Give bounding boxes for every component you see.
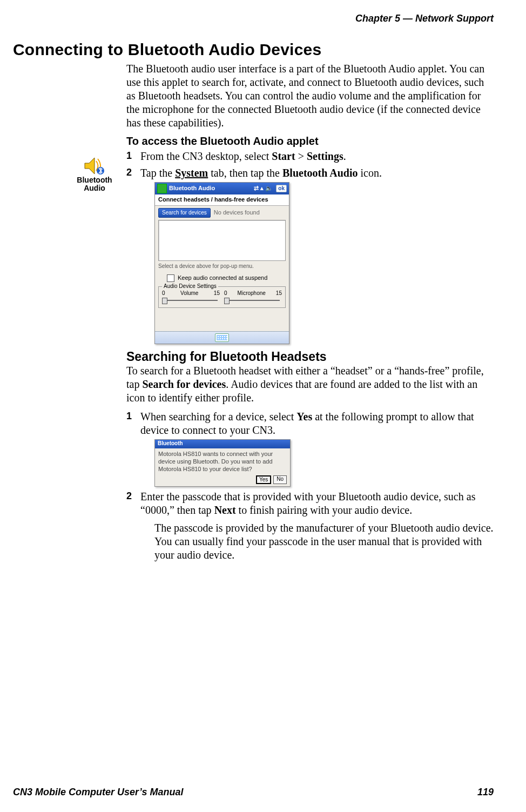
ok-button[interactable]: ok <box>276 185 287 193</box>
step1-text-c: > <box>295 150 307 162</box>
bluetooth-audio-applet-screenshot: Bluetooth Audio ⇄ ▴ 🔈 ok Connect headset… <box>154 182 289 344</box>
step-number: 2 <box>126 490 132 502</box>
volume-icon[interactable]: 🔈 <box>265 185 273 192</box>
s2c: to finish pairing with your audio device… <box>236 504 413 516</box>
keep-audio-checkbox[interactable] <box>167 274 174 282</box>
chapter-header: Chapter 5 — Network Support <box>13 13 494 24</box>
step2-text-a: Tap the <box>140 167 175 179</box>
step2-text-e: icon. <box>358 167 381 179</box>
mic-min: 0 <box>224 290 227 297</box>
connectivity-icon[interactable]: ⇄ <box>254 185 259 192</box>
panel-heading: Connect headsets / hands-free devices <box>155 194 289 206</box>
vol-min: 0 <box>162 290 165 297</box>
section-title: Connecting to Bluetooth Audio Devices <box>13 41 494 59</box>
icon-label-line1: Bluetooth <box>76 176 113 184</box>
bluetooth-audio-app-icon: Bluetooth Audio <box>76 157 113 193</box>
footer-page-number: 119 <box>477 787 494 798</box>
volume-slider[interactable] <box>162 298 220 303</box>
keyboard-icon[interactable] <box>215 333 229 342</box>
searching-heading: Searching for Bluetooth Headsets <box>126 350 494 364</box>
step2-system: System <box>175 167 208 179</box>
start-flag-icon[interactable] <box>157 184 167 193</box>
mic-label: Microphone <box>238 290 266 297</box>
intro-paragraph: The Bluetooth audio user interface is a … <box>126 62 494 130</box>
fieldset-legend: Audio Device Settings <box>162 283 218 290</box>
speaker-bluetooth-icon <box>84 157 105 175</box>
search-step-1: 1 When searching for a device, select Ye… <box>126 410 494 487</box>
step1-text-e: . <box>343 150 346 162</box>
sip-bar <box>155 331 289 344</box>
s2-next: Next <box>214 504 236 516</box>
access-heading: To access the Bluetooth Audio applet <box>126 135 494 147</box>
no-devices-label: No devices found <box>214 209 286 217</box>
step1-settings: Settings <box>307 150 343 162</box>
s2-extra: The passcode is provided by the manufact… <box>154 521 494 562</box>
access-step-1: 1 From the CN3 desktop, select Start > S… <box>126 150 494 163</box>
vol-max: 15 <box>214 290 220 297</box>
step-number: 2 <box>126 166 132 179</box>
system-tray: ⇄ ▴ 🔈 ok <box>254 185 287 193</box>
search-step-2: 2 Enter the passcode that is provided wi… <box>126 490 494 562</box>
dialog-message: Motorola HS810 wants to connect with you… <box>155 448 290 475</box>
searching-intro-bold: Search for devices <box>142 378 226 390</box>
dialog-title: Bluetooth <box>155 440 290 448</box>
access-step-2: 2 Tap the System tab, then tap the Bluet… <box>126 166 494 344</box>
mic-max: 15 <box>276 290 282 297</box>
step-number: 1 <box>126 150 132 162</box>
no-button[interactable]: No <box>273 475 287 485</box>
icon-label-line2: Audio <box>76 184 113 192</box>
microphone-slider[interactable] <box>224 298 282 303</box>
searching-intro: To search for a Bluetooth headset with e… <box>126 364 494 405</box>
signal-icon[interactable]: ▴ <box>260 185 264 192</box>
hint-text: Select a device above for pop-up menu. <box>155 262 289 271</box>
yes-button[interactable]: Yes <box>256 475 271 485</box>
window-title: Bluetooth Audio <box>169 185 252 192</box>
svg-marker-0 <box>85 158 95 174</box>
vol-label: Volume <box>180 290 198 297</box>
device-listbox[interactable] <box>158 220 286 261</box>
step2-bluetooth-audio: Bluetooth Audio <box>282 167 358 179</box>
footer-manual-title: CN3 Mobile Computer User’s Manual <box>13 787 183 798</box>
bluetooth-prompt-screenshot: Bluetooth Motorola HS810 wants to connec… <box>154 439 291 487</box>
step2-text-c: tab, then tap the <box>208 167 282 179</box>
volume-slider-group: 0 Volume 15 <box>162 290 220 304</box>
step1-start: Start <box>272 150 295 162</box>
keep-audio-label: Keep audio connected at suspend <box>178 274 267 282</box>
s1-yes: Yes <box>296 411 312 422</box>
search-for-devices-button[interactable]: Search for devices <box>158 208 211 218</box>
step1-text-a: From the CN3 desktop, select <box>140 150 272 162</box>
s1a: When searching for a device, select <box>140 411 296 422</box>
audio-settings-fieldset: Audio Device Settings 0 Volume 15 <box>158 286 286 308</box>
titlebar: Bluetooth Audio ⇄ ▴ 🔈 ok <box>155 183 289 194</box>
step-number: 1 <box>126 410 132 422</box>
microphone-slider-group: 0 Microphone 15 <box>224 290 282 304</box>
